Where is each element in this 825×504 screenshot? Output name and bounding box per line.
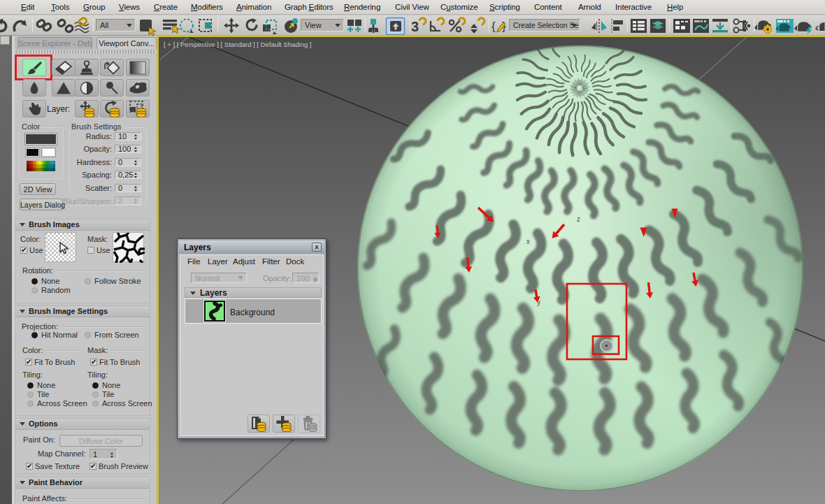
svg-text:3: 3 <box>411 19 419 34</box>
svg-text:{: { <box>492 20 496 33</box>
svg-text:z: z <box>577 215 580 223</box>
svg-text:x: x <box>526 238 530 245</box>
